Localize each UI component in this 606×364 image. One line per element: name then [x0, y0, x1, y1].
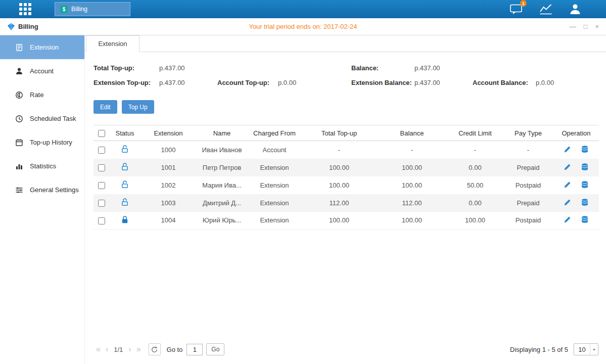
maximize-icon[interactable]: □ — [584, 23, 588, 30]
content: Total Top-up: p.437.00 Balance: p.437.00… — [85, 52, 606, 364]
refresh-icon — [151, 346, 158, 353]
topup-icon[interactable] — [581, 180, 589, 189]
topup-icon[interactable] — [581, 163, 589, 171]
extension-topup-value: p.437.00 — [159, 79, 217, 86]
app-launcher-icon[interactable] — [19, 3, 31, 15]
messages-icon[interactable]: 1 — [509, 3, 523, 15]
goto-page-input[interactable] — [187, 344, 203, 355]
user-account-icon[interactable] — [569, 3, 582, 16]
credit-limit-cell: 100.00 — [447, 212, 503, 230]
billing-dollar-icon: $ — [60, 6, 68, 13]
edit-icon[interactable] — [564, 216, 571, 223]
ledger-icon — [15, 43, 23, 52]
row-checkbox[interactable] — [98, 217, 105, 224]
topup-icon[interactable] — [581, 215, 589, 223]
sidebar-item-topup-history[interactable]: Top-up History — [0, 130, 84, 154]
edit-icon[interactable] — [564, 181, 571, 189]
topbar-tab-billing[interactable]: $ Billing — [55, 2, 130, 16]
row-checkbox[interactable] — [98, 164, 105, 171]
name-cell: Петр Петров — [197, 159, 247, 176]
pay-type-cell: Prepaid — [503, 194, 553, 212]
notification-badge: 1 — [520, 0, 527, 7]
balance-cell: 112.00 — [377, 194, 447, 212]
reports-chart-icon[interactable] — [539, 3, 552, 15]
sidebar-item-label: Statistics — [30, 162, 56, 170]
extension-balance-value: p.437.00 — [414, 79, 473, 86]
displaying-text: Displaying 1 - 5 of 5 — [510, 346, 568, 353]
clock-icon — [15, 115, 23, 123]
extension-balance-label: Extension Balance: — [351, 79, 414, 86]
sidebar-item-label: General Settings — [30, 186, 79, 194]
trial-notice: Your trial period ends on: 2017-02-24 — [0, 23, 606, 30]
coin-icon — [15, 91, 23, 99]
page-size-select[interactable]: 10 ▼ — [574, 343, 598, 355]
balance-label: Balance: — [351, 64, 414, 72]
sidebar-item-label: Top-up History — [30, 139, 72, 146]
edit-icon[interactable] — [564, 199, 571, 206]
go-button[interactable]: Go — [206, 343, 224, 355]
next-page-button[interactable]: › — [128, 345, 131, 353]
last-page-button[interactable]: » — [136, 345, 141, 353]
name-cell: Юрий Юрь... — [197, 212, 247, 230]
sidebar-item-general-settings[interactable]: General Settings — [0, 178, 84, 202]
topup-icon[interactable] — [581, 145, 589, 153]
refresh-button[interactable] — [149, 343, 161, 355]
balance-cell: - — [377, 141, 447, 159]
edit-button[interactable]: Edit — [94, 100, 117, 114]
toolbar: Edit Top Up — [94, 100, 598, 114]
sidebar-item-label: Scheduled Task — [30, 115, 76, 122]
sidebar-item-label: Rate — [30, 91, 43, 99]
minimize-icon[interactable]: — — [570, 23, 576, 30]
extension-cell: 1003 — [140, 194, 197, 212]
total-topup-cell: 112.00 — [302, 194, 377, 212]
status-cell — [110, 141, 140, 159]
table-row: 1004 Юрий Юрь... Extension 100.00 100.00… — [94, 212, 599, 230]
balance-cell: 100.00 — [377, 159, 447, 176]
titlebar: Billing Your trial period ends on: 2017-… — [0, 18, 606, 35]
col-extension: Extension — [140, 125, 197, 141]
sidebar-item-label: Account — [30, 67, 54, 75]
charged-from-cell: Extension — [247, 159, 302, 176]
sidebar-item-extension[interactable]: Extension — [0, 35, 84, 59]
topup-icon[interactable] — [581, 198, 589, 206]
charged-from-cell: Account — [247, 141, 302, 159]
total-topup-label: Total Top-up: — [94, 64, 159, 72]
unlocked-icon — [121, 162, 129, 171]
select-all-checkbox[interactable] — [98, 130, 105, 137]
tab-extension[interactable]: Extension — [86, 35, 139, 52]
person-icon — [15, 67, 23, 75]
name-cell: Дмитрий Д... — [197, 194, 247, 212]
table-row: 1003 Дмитрий Д... Extension 112.00 112.0… — [94, 194, 599, 212]
row-checkbox[interactable] — [98, 147, 105, 154]
extensions-table: Status Extension Name Charged From Total… — [94, 125, 598, 230]
close-icon[interactable]: × — [595, 23, 599, 30]
sidebar-item-statistics[interactable]: Statistics — [0, 154, 84, 178]
tabstrip: Extension — [85, 35, 606, 52]
pay-type-cell: Prepaid — [503, 159, 553, 176]
table-row: 1001 Петр Петров Extension 100.00 100.00… — [94, 159, 599, 176]
total-topup-cell: 100.00 — [302, 159, 377, 176]
sidebar-item-account[interactable]: Account — [0, 59, 84, 83]
page-indicator: 1/1 — [114, 346, 123, 353]
sidebar-item-rate[interactable]: Rate — [0, 83, 84, 107]
edit-icon[interactable] — [564, 163, 571, 171]
edit-icon[interactable] — [564, 146, 571, 153]
row-checkbox[interactable] — [98, 200, 105, 207]
row-checkbox[interactable] — [98, 182, 105, 189]
first-page-button[interactable]: « — [96, 345, 101, 353]
balance-cell: 100.00 — [377, 212, 447, 230]
col-pay-type: Pay Type — [503, 125, 553, 141]
top-up-button[interactable]: Top Up — [122, 100, 154, 114]
sidebar-item-scheduled-task[interactable]: Scheduled Task — [0, 107, 84, 130]
extension-cell: 1000 — [140, 141, 197, 159]
page-title: Billing — [18, 23, 38, 30]
table-row: 1000 Иван Иванов Account - - - - — [94, 141, 599, 159]
total-topup-cell: 100.00 — [302, 176, 377, 194]
chevron-down-icon: ▼ — [590, 344, 598, 355]
window-controls: — □ × — [570, 23, 599, 30]
goto-label: Go to — [167, 346, 183, 353]
table-header-row: Status Extension Name Charged From Total… — [94, 125, 599, 141]
name-cell: Мария Ива... — [197, 176, 247, 194]
prev-page-button[interactable]: ‹ — [106, 345, 108, 353]
calendar-icon — [15, 139, 23, 147]
